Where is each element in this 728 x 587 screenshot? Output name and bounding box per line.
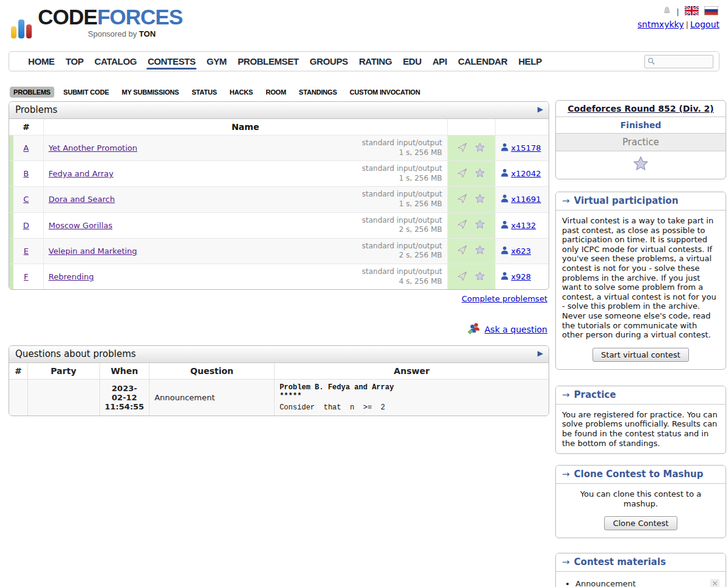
submit-plane-icon[interactable]	[457, 168, 467, 180]
subnav-item-custom-invocation[interactable]: CUSTOM INVOCATION	[346, 87, 423, 98]
favorite-star-icon[interactable]	[475, 193, 485, 206]
nav-item-problemset[interactable]: PROBLEMSET	[232, 51, 304, 71]
problem-name-link[interactable]: Velepin and Marketing	[49, 247, 137, 256]
header-separator: |	[677, 7, 679, 16]
clone-mashup-header: →Clone Contest to Mashup	[556, 466, 726, 484]
submit-plane-icon[interactable]	[457, 245, 467, 257]
problem-row-c: C Dora and Search standard input/output1…	[9, 187, 549, 212]
question-when: 2023-02-12 11:54:55	[99, 380, 150, 416]
language-russian-flag-icon[interactable]	[704, 6, 718, 18]
virtual-participation-text: Virtual contest is a way to take part in…	[556, 211, 726, 345]
solvers-person-icon	[500, 246, 509, 256]
clone-mashup-text: You can clone this contest to a mashup.	[556, 484, 726, 514]
subnav-item-submit-code[interactable]: SUBMIT CODE	[60, 87, 113, 98]
problem-letter-link[interactable]: F	[24, 272, 28, 281]
announcement-link[interactable]: Announcement	[575, 579, 636, 587]
favorite-star-icon[interactable]	[475, 142, 485, 154]
problem-letter-link[interactable]: C	[23, 195, 29, 204]
solvers-person-icon	[500, 168, 509, 179]
favorite-star-icon[interactable]	[475, 245, 485, 257]
start-virtual-contest-button[interactable]: Start virtual contest	[593, 348, 689, 362]
logo-forces-text: FORCES	[97, 5, 182, 29]
problem-name-link[interactable]: Rebrending	[49, 272, 94, 281]
problem-letter-link[interactable]: B	[23, 169, 29, 178]
collapse-arrow-icon[interactable]: ▶	[538, 105, 543, 113]
contest-mode: Practice	[556, 133, 726, 151]
problem-name-link[interactable]: Moscow Gorillas	[49, 221, 113, 230]
solvers-person-icon	[500, 143, 509, 153]
contest-star-row	[556, 151, 726, 179]
problem-letter-link[interactable]: D	[23, 221, 29, 230]
favorite-star-icon[interactable]	[475, 219, 485, 231]
search-input[interactable]	[657, 57, 708, 66]
problems-header-row: # Name	[9, 119, 549, 135]
close-icon[interactable]: ×	[710, 579, 719, 587]
favorite-contest-star-icon[interactable]	[633, 164, 649, 173]
nav-item-rating[interactable]: RATING	[353, 51, 397, 71]
problem-limits: standard input/output2 s, 256 MB	[362, 216, 442, 235]
practice-text: You are registered for practice. You can…	[556, 405, 726, 453]
problem-row-f: F Rebrending standard input/output4 s, 2…	[9, 264, 549, 289]
subnav-item-hacks[interactable]: HACKS	[226, 87, 256, 98]
subnav-item-problems[interactable]: PROBLEMS	[10, 87, 54, 98]
solved-count-link[interactable]: x11691	[511, 195, 541, 204]
solved-count-link[interactable]: x15178	[511, 143, 541, 153]
nav-item-gym[interactable]: GYM	[201, 51, 232, 71]
logo-bars-icon	[11, 20, 32, 38]
solved-count-link[interactable]: x928	[511, 272, 532, 281]
problem-name-link[interactable]: Dora and Search	[49, 195, 115, 204]
problem-letter-link[interactable]: E	[24, 247, 29, 256]
ask-question-link[interactable]: Ask a question	[485, 325, 547, 334]
nav-item-home[interactable]: HOME	[23, 51, 60, 71]
username-link[interactable]: sntmxykky	[638, 20, 684, 29]
nav-item-top[interactable]: TOP	[60, 51, 88, 71]
favorite-star-icon[interactable]	[475, 168, 485, 180]
logo-sponsor-line: Sponsored by TON	[88, 29, 182, 38]
codeforces-logo[interactable]: CODEFORCES Sponsored by TON	[11, 8, 182, 38]
nav-item-edu[interactable]: EDU	[397, 51, 427, 71]
submit-plane-icon[interactable]	[457, 193, 467, 206]
collapse-arrow-icon[interactable]: ▶	[538, 349, 543, 358]
problem-name-link[interactable]: Fedya and Array	[49, 169, 114, 178]
nav-item-api[interactable]: API	[427, 51, 453, 71]
main-navbar: HOME TOP CATALOG CONTESTS GYM PROBLEMSET…	[9, 51, 719, 71]
user-links: sntmxykky|Logout	[638, 20, 719, 29]
sponsor-name: TON	[139, 29, 156, 38]
submit-plane-icon[interactable]	[457, 271, 467, 283]
problem-name-link[interactable]: Yet Another Promotion	[49, 143, 137, 153]
logout-link[interactable]: Logout	[690, 20, 719, 29]
problem-row-e: E Velepin and Marketing standard input/o…	[9, 238, 549, 264]
q-col-answer: Answer	[275, 363, 549, 380]
nav-item-catalog[interactable]: CATALOG	[89, 51, 142, 71]
nav-item-groups[interactable]: GROUPS	[305, 51, 354, 71]
subnav-item-room[interactable]: ROOM	[262, 87, 289, 98]
ask-question-row: Ask a question	[9, 322, 547, 337]
subnav-item-status[interactable]: STATUS	[188, 87, 220, 98]
nav-item-calendar[interactable]: CALENDAR	[452, 51, 513, 71]
solvers-person-icon	[500, 220, 509, 231]
question-answer: Problem B. Fedya and Array ***** Conside…	[275, 380, 549, 416]
problems-caption: Problems ▶	[9, 102, 549, 119]
solved-count-link[interactable]: x623	[511, 247, 532, 256]
contest-subnav: PROBLEMS SUBMIT CODE MY SUBMISSIONS STAT…	[10, 87, 423, 98]
solved-count-link[interactable]: x4132	[511, 221, 536, 230]
nav-item-contests[interactable]: CONTESTS	[142, 51, 201, 71]
logo-bar-red	[26, 24, 32, 38]
nav-item-help[interactable]: HELP	[513, 51, 547, 71]
problem-row-d: D Moscow Gorillas standard input/output2…	[9, 212, 549, 238]
clone-contest-button[interactable]: Clone Contest	[604, 516, 677, 530]
favorite-star-icon[interactable]	[475, 271, 485, 283]
submit-plane-icon[interactable]	[457, 219, 467, 231]
subnav-item-standings[interactable]: STANDINGS	[295, 87, 341, 98]
logo-code-text: CODE	[38, 5, 97, 29]
subnav-item-my-submissions[interactable]: MY SUBMISSIONS	[118, 87, 183, 98]
complete-problemset-link[interactable]: Complete problemset	[462, 294, 547, 303]
solved-count-link[interactable]: x12042	[511, 169, 541, 178]
submit-plane-icon[interactable]	[457, 142, 467, 154]
contest-title-link[interactable]: Codeforces Round 852 (Div. 2)	[568, 104, 713, 113]
language-english-flag-icon[interactable]	[685, 6, 699, 18]
bell-icon[interactable]	[663, 6, 671, 18]
problem-letter-link[interactable]: A	[23, 143, 29, 153]
practice-header: →Practice	[556, 386, 726, 405]
virtual-participation-box: →Virtual participation Virtual contest i…	[555, 192, 726, 370]
